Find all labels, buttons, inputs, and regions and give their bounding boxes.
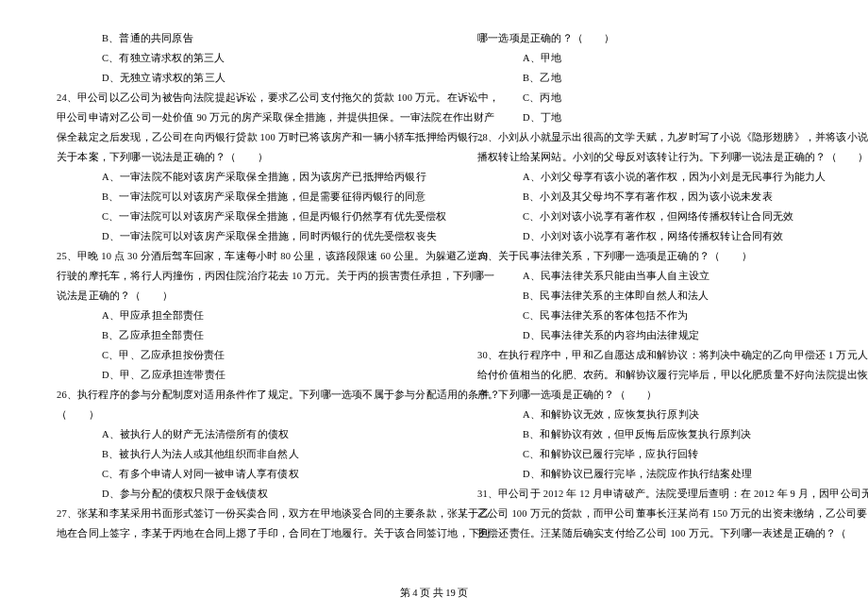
- option-text: C、和解协议已履行完毕，应执行回转: [477, 444, 864, 464]
- question-text: 25、甲晚 10 点 30 分酒后驾车回家，车速每小时 80 公里，该路段限速 …: [57, 246, 443, 266]
- question-text: 甲公司申请对乙公司一处价值 90 万元的房产采取保全措施，并提供担保。一审法院在…: [57, 108, 443, 127]
- question-text: 地在合同上签字，李某于丙地在合同上摁了手印，合同在丁地履行。关于该合同签订地，下…: [57, 523, 443, 543]
- option-text: B、小刘及其父母均不享有著作权，因为该小说未发表: [477, 187, 864, 207]
- option-text: C、有多个申请人对同一被申请人享有债权: [57, 464, 443, 484]
- option-text: A、一审法院不能对该房产采取保全措施，因为该房产已抵押给丙银行: [57, 167, 443, 187]
- question-text: 序。下列哪一选项是正确的？（ ）: [477, 385, 864, 405]
- question-text: 30、在执行程序中，甲和乙自愿达成和解协议：将判决中确定的乙向甲偿还 1 万元人…: [477, 345, 864, 365]
- option-text: B、乙地: [477, 68, 864, 88]
- option-text: C、甲、乙应承担按份责任: [57, 345, 443, 365]
- option-text: A、民事法律关系只能由当事人自主设立: [477, 266, 864, 286]
- question-text: 26、执行程序的参与分配制度对适用条件作了规定。下列哪一选项不属于参与分配适用的…: [57, 385, 443, 405]
- question-text: 27、张某和李某采用书面形式签订一份买卖合同，双方在甲地谈妥合同的主要条款，张某…: [57, 504, 443, 523]
- question-text: （ ）: [57, 405, 443, 424]
- right-column: 哪一选项是正确的？（ ） A、甲地 B、乙地 C、丙地 D、丁地 28、小刘从小…: [460, 28, 864, 575]
- question-text: 29、关于民事法律关系，下列哪一选项是正确的？（ ）: [477, 246, 864, 266]
- option-text: B、乙应承担全部责任: [57, 325, 443, 345]
- option-text: D、小刘对该小说享有著作权，网络传播权转让合同有效: [477, 226, 864, 246]
- option-text: B、一审法院可以对该房产采取保全措施，但是需要征得丙银行的同意: [57, 187, 443, 207]
- question-text: 保全裁定之后发现，乙公司在向丙银行贷款 100 万时已将该房产和一辆小轿车抵押给…: [57, 127, 443, 147]
- option-text: A、小刘父母享有该小说的著作权，因为小刘是无民事行为能力人: [477, 167, 864, 187]
- question-text: 播权转让给某网站。小刘的父母反对该转让行为。下列哪一说法是正确的？（ ）: [477, 147, 864, 167]
- question-text: 乙公司 100 万元的货款，而甲公司董事长汪某尚有 150 万元的出资未缴纳，乙…: [477, 504, 864, 523]
- question-text: 说法是正确的？（ ）: [57, 286, 443, 306]
- option-text: A、和解协议无效，应恢复执行原判决: [477, 405, 864, 424]
- question-text: 哪一选项是正确的？（ ）: [477, 28, 864, 48]
- option-text: C、一审法院可以对该房产采取保全措施，但是丙银行仍然享有优先受偿权: [57, 207, 443, 226]
- left-column: B、普通的共同原告 C、有独立请求权的第三人 D、无独立请求权的第三人 24、甲…: [57, 28, 460, 575]
- page-footer: 第 4 页 共 19 页: [0, 585, 868, 600]
- option-text: B、民事法律关系的主体即自然人和法人: [477, 286, 864, 306]
- option-text: D、和解协议已履行完毕，法院应作执行结案处理: [477, 464, 864, 484]
- option-text: C、有独立请求权的第三人: [57, 48, 443, 68]
- question-text: 行驶的摩托车，将行人丙撞伤，丙因住院治疗花去 10 万元。关于丙的损害责任承担，…: [57, 266, 443, 286]
- option-text: A、甲地: [477, 48, 864, 68]
- option-text: D、无独立请求权的第三人: [57, 68, 443, 88]
- option-text: D、甲、乙应承担连带责任: [57, 365, 443, 385]
- option-text: D、一审法院可以对该房产采取保全措施，同时丙银行的优先受偿权丧失: [57, 226, 443, 246]
- option-text: D、参与分配的债权只限于金钱债权: [57, 484, 443, 504]
- option-text: C、小刘对该小说享有著作权，但网络传播权转让合同无效: [477, 207, 864, 226]
- question-text: 31、甲公司于 2012 年 12 月申请破产。法院受理后查明：在 2012 年…: [477, 484, 864, 504]
- question-text: 给付价值相当的化肥、农药。和解协议履行完毕后，甲以化肥质量不好向法院提出恢复执行…: [477, 365, 864, 385]
- option-text: C、民事法律关系的客体包括不作为: [477, 306, 864, 325]
- option-text: A、甲应承担全部责任: [57, 306, 443, 325]
- question-text: 关于本案，下列哪一说法是正确的？（ ）: [57, 147, 443, 167]
- option-text: D、丁地: [477, 108, 864, 127]
- option-text: B、和解协议有效，但甲反悔后应恢复执行原判决: [477, 424, 864, 444]
- option-text: C、丙地: [477, 88, 864, 108]
- option-text: B、普通的共同原告: [57, 28, 443, 48]
- question-text: 24、甲公司以乙公司为被告向法院提起诉讼，要求乙公司支付拖欠的货款 100 万元…: [57, 88, 443, 108]
- question-text: 28、小刘从小就显示出很高的文学天赋，九岁时写了小说《隐形翅膀》，并将该小说的网…: [477, 127, 864, 147]
- page-container: B、普通的共同原告 C、有独立请求权的第三人 D、无独立请求权的第三人 24、甲…: [0, 0, 868, 585]
- question-text: 担偿还责任。汪某随后确实支付给乙公司 100 万元。下列哪一表述是正确的？（ ）: [477, 523, 864, 543]
- option-text: B、被执行人为法人或其他组织而非自然人: [57, 444, 443, 464]
- option-text: D、民事法律关系的内容均由法律规定: [477, 325, 864, 345]
- option-text: A、被执行人的财产无法清偿所有的债权: [57, 424, 443, 444]
